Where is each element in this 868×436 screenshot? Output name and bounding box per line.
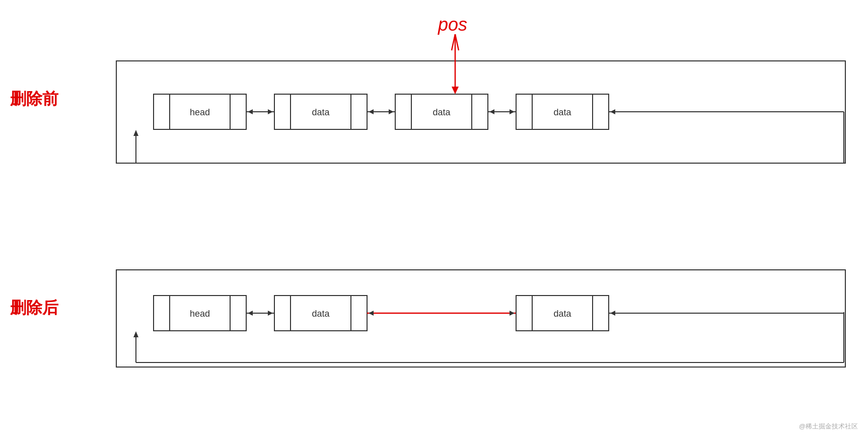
- svg-rect-13: [351, 94, 367, 129]
- svg-rect-44: [274, 296, 291, 331]
- svg-marker-2: [133, 130, 138, 136]
- after-svg: head data data: [0, 216, 868, 403]
- svg-text:data: data: [432, 107, 451, 117]
- svg-marker-16: [389, 109, 394, 114]
- svg-marker-31: [452, 87, 459, 94]
- svg-rect-6: [230, 94, 246, 129]
- svg-rect-10: [274, 94, 291, 129]
- svg-marker-49: [369, 311, 374, 316]
- svg-marker-23: [510, 109, 515, 114]
- svg-text:data: data: [553, 309, 571, 319]
- svg-text:data: data: [312, 107, 330, 117]
- svg-marker-29: [610, 109, 615, 114]
- svg-marker-43: [268, 311, 273, 316]
- svg-rect-3: [154, 94, 170, 129]
- svg-rect-51: [516, 296, 532, 331]
- before-svg: head data data data: [0, 0, 868, 211]
- svg-marker-15: [369, 109, 374, 114]
- svg-rect-37: [154, 296, 170, 331]
- svg-rect-27: [593, 94, 609, 129]
- svg-rect-47: [351, 296, 367, 331]
- svg-marker-50: [510, 311, 515, 316]
- svg-rect-17: [395, 94, 411, 129]
- svg-marker-56: [610, 311, 615, 316]
- svg-rect-24: [516, 94, 532, 129]
- svg-marker-36: [133, 331, 138, 337]
- svg-text:data: data: [553, 107, 571, 117]
- svg-marker-22: [489, 109, 494, 114]
- svg-marker-42: [248, 311, 253, 316]
- svg-marker-9: [268, 109, 273, 114]
- svg-rect-54: [593, 296, 609, 331]
- diagram-container: 删除前 删除后 pos head data: [0, 0, 868, 436]
- svg-text:head: head: [190, 309, 210, 319]
- svg-rect-20: [472, 94, 488, 129]
- svg-marker-8: [248, 109, 253, 114]
- svg-text:data: data: [312, 309, 330, 319]
- svg-rect-40: [230, 296, 246, 331]
- watermark: @稀土掘金技术社区: [799, 422, 858, 431]
- svg-text:head: head: [190, 107, 210, 117]
